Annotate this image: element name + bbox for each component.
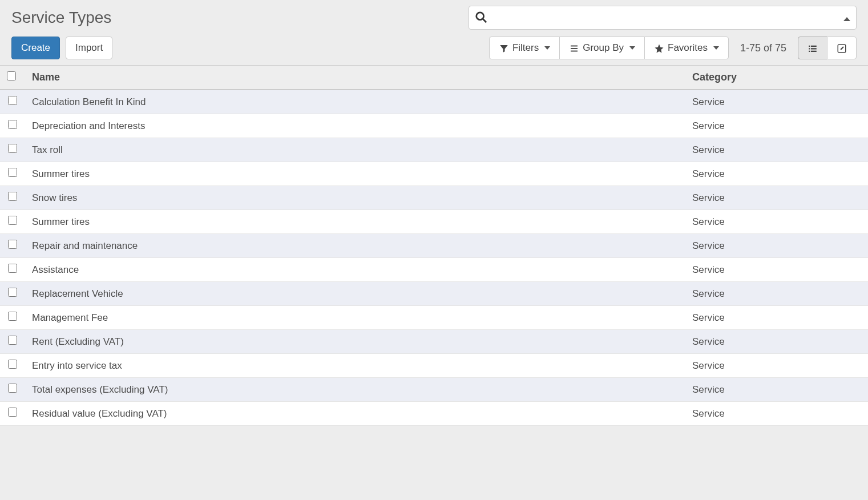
svg-rect-10 <box>811 50 817 51</box>
svg-point-0 <box>477 12 484 19</box>
row-name: Snow tires <box>25 186 685 210</box>
row-name: Rent (Excluding VAT) <box>25 330 685 354</box>
search-icon <box>475 11 487 25</box>
col-header-category[interactable]: Category <box>685 66 868 90</box>
filters-label: Filters <box>512 42 539 54</box>
caret-down-icon <box>713 46 719 50</box>
row-category: Service <box>685 210 868 234</box>
svg-rect-9 <box>809 50 810 51</box>
row-checkbox[interactable] <box>8 312 17 321</box>
row-check-cell <box>0 234 25 258</box>
select-all-checkbox[interactable] <box>7 71 16 80</box>
row-category: Service <box>685 162 868 186</box>
row-checkbox[interactable] <box>8 168 17 177</box>
list-icon <box>569 42 579 54</box>
table-row[interactable]: Summer tiresService <box>0 162 868 186</box>
row-category: Service <box>685 90 868 114</box>
row-name: Summer tires <box>25 210 685 234</box>
row-name: Entry into service tax <box>25 354 685 378</box>
service-types-table: Name Category Calculation Benefit In Kin… <box>0 65 868 426</box>
search-input[interactable] <box>492 6 839 29</box>
row-checkbox[interactable] <box>8 144 17 153</box>
row-category: Service <box>685 306 868 330</box>
filters-button[interactable]: Filters <box>489 37 560 59</box>
row-check-cell <box>0 210 25 234</box>
row-check-cell <box>0 114 25 138</box>
row-check-cell <box>0 402 25 426</box>
search-options-group: Filters Group By Favorit <box>489 37 729 59</box>
row-category: Service <box>685 282 868 306</box>
row-checkbox[interactable] <box>8 384 17 393</box>
form-view-button[interactable] <box>827 37 857 59</box>
table-row[interactable]: AssistanceService <box>0 258 868 282</box>
table-row[interactable]: Repair and maintenanceService <box>0 234 868 258</box>
import-button[interactable]: Import <box>66 37 112 59</box>
list-view-icon <box>808 42 818 54</box>
create-button[interactable]: Create <box>11 37 60 59</box>
edit-icon <box>837 42 847 54</box>
table-row[interactable]: Rent (Excluding VAT)Service <box>0 330 868 354</box>
row-name: Calculation Benefit In Kind <box>25 90 685 114</box>
pager-text[interactable]: 1-75 of 75 <box>740 42 786 54</box>
search-expand-icon[interactable] <box>843 13 850 23</box>
row-checkbox[interactable] <box>8 120 17 129</box>
search-box[interactable] <box>469 6 857 30</box>
row-name: Management Fee <box>25 306 685 330</box>
control-panel: Service Types Create Import <box>0 0 868 65</box>
col-header-name[interactable]: Name <box>25 66 685 90</box>
table-row[interactable]: Replacement VehicleService <box>0 282 868 306</box>
row-category: Service <box>685 186 868 210</box>
row-checkbox[interactable] <box>8 192 17 201</box>
row-checkbox[interactable] <box>8 288 17 297</box>
view-switcher <box>798 37 857 59</box>
table-row[interactable]: Tax rollService <box>0 138 868 162</box>
row-check-cell <box>0 90 25 114</box>
favorites-button[interactable]: Favorites <box>644 37 729 59</box>
filter-icon <box>499 42 509 54</box>
row-check-cell <box>0 378 25 402</box>
row-checkbox[interactable] <box>8 336 17 345</box>
favorites-label: Favorites <box>668 42 708 54</box>
row-check-cell <box>0 258 25 282</box>
row-checkbox[interactable] <box>8 408 17 417</box>
table-row[interactable]: Entry into service taxService <box>0 354 868 378</box>
svg-line-1 <box>483 18 486 22</box>
table-row[interactable]: Total expenses (Excluding VAT)Service <box>0 378 868 402</box>
group-by-button[interactable]: Group By <box>559 37 645 59</box>
row-check-cell <box>0 282 25 306</box>
row-name: Tax roll <box>25 138 685 162</box>
row-check-cell <box>0 306 25 330</box>
row-category: Service <box>685 138 868 162</box>
table-row[interactable]: Management FeeService <box>0 306 868 330</box>
table-row[interactable]: Summer tiresService <box>0 210 868 234</box>
table-row[interactable]: Calculation Benefit In KindService <box>0 90 868 114</box>
row-checkbox[interactable] <box>8 240 17 249</box>
row-checkbox[interactable] <box>8 264 17 273</box>
row-checkbox[interactable] <box>8 216 17 225</box>
svg-rect-6 <box>811 45 817 46</box>
select-all-header <box>0 66 25 90</box>
row-check-cell <box>0 162 25 186</box>
row-name: Depreciation and Interests <box>25 114 685 138</box>
svg-rect-7 <box>809 48 810 49</box>
row-name: Total expenses (Excluding VAT) <box>25 378 685 402</box>
table-row[interactable]: Residual value (Excluding VAT)Service <box>0 402 868 426</box>
star-icon <box>654 42 664 54</box>
row-name: Assistance <box>25 258 685 282</box>
row-checkbox[interactable] <box>8 96 17 105</box>
row-name: Replacement Vehicle <box>25 282 685 306</box>
table-row[interactable]: Snow tiresService <box>0 186 868 210</box>
table-header-row: Name Category <box>0 66 868 90</box>
row-check-cell <box>0 138 25 162</box>
row-checkbox[interactable] <box>8 360 17 369</box>
row-category: Service <box>685 234 868 258</box>
row-check-cell <box>0 330 25 354</box>
group-by-label: Group By <box>583 42 624 54</box>
row-name: Summer tires <box>25 162 685 186</box>
list-view-button[interactable] <box>798 37 827 59</box>
row-category: Service <box>685 402 868 426</box>
page-title: Service Types <box>11 9 111 27</box>
table-row[interactable]: Depreciation and InterestsService <box>0 114 868 138</box>
row-check-cell <box>0 186 25 210</box>
row-name: Repair and maintenance <box>25 234 685 258</box>
